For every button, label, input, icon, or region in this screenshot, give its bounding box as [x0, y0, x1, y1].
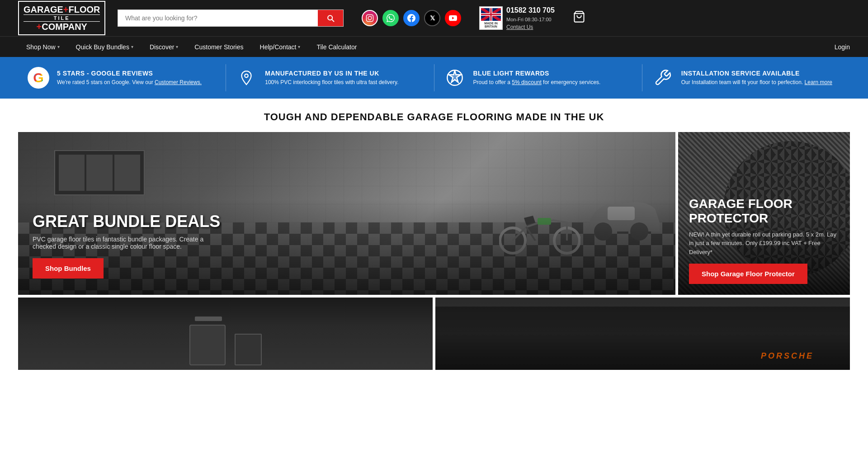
nav-shop-now[interactable]: Shop Now ▾ — [18, 37, 68, 57]
garage-cabinets — [54, 150, 145, 195]
nav-quick-buy[interactable]: Quick Buy Bundles ▾ — [68, 37, 142, 57]
nav-help-contact-arrow: ▾ — [298, 44, 300, 49]
search-input[interactable] — [118, 10, 318, 26]
svg-point-1 — [368, 16, 372, 20]
twitter-icon[interactable]: 𝕏 — [424, 10, 440, 26]
protector-title: GARAGE FLOOR PROTECTOR — [689, 197, 839, 226]
banner-installation-title: INSTALLATION SERVICE AVAILABLE — [681, 70, 832, 77]
google-reviews-link[interactable]: Customer Reviews. — [155, 79, 202, 85]
installation-link[interactable]: Learn more — [805, 79, 832, 85]
banner-manufactured: MANUFACTURED BY US IN THE UK 100% PVC in… — [235, 66, 425, 89]
nav-discover-label: Discover — [150, 43, 174, 51]
gym-background — [18, 298, 433, 370]
uk-flag — [481, 8, 501, 21]
banner-divider-1 — [226, 64, 226, 91]
svg-point-4 — [245, 74, 249, 78]
porsche-text: PORSCHE — [761, 351, 814, 361]
banner-manufactured-desc: 100% PVC interlocking floor tiles with u… — [265, 79, 398, 86]
banner-google-text: 5 STARS - GOOGLE REVIEWS We're rated 5 s… — [57, 70, 202, 86]
nav-help-contact[interactable]: Help/Contact ▾ — [252, 37, 309, 57]
main-nav: Shop Now ▾ Quick Buy Bundles ▾ Discover … — [0, 36, 868, 57]
shop-protector-button[interactable]: Shop Garage Floor Protector — [689, 264, 807, 284]
banner-divider-2 — [434, 64, 434, 91]
nav-customer-stories-label: Customer Stories — [194, 43, 243, 51]
contact-link[interactable]: Contact Us — [506, 23, 555, 31]
banner-google-title: 5 STARS - GOOGLE REVIEWS — [57, 70, 202, 77]
nav-discover[interactable]: Discover ▾ — [142, 37, 186, 57]
gym-image — [18, 298, 433, 370]
svg-point-2 — [371, 16, 372, 17]
made-in-britain: MADE INBRITAIN 01582 310 705 Mon-Fri 08:… — [479, 5, 555, 32]
blue-light-link[interactable]: 5% discount — [512, 79, 541, 85]
hero-bundles-overlay: GREAT BUNDLE DEALS PVC garage floor tile… — [18, 199, 675, 295]
google-icon: G — [27, 66, 50, 89]
whatsapp-icon[interactable] — [382, 10, 399, 26]
porsche-garage-image: PORSCHE — [435, 298, 850, 370]
wrench-icon — [651, 66, 674, 89]
banner-divider-3 — [642, 64, 642, 91]
nav-customer-stories[interactable]: Customer Stories — [186, 37, 251, 57]
site-header: GARAGE + FLOOR TILE + COMPANY — [0, 0, 868, 36]
banner-manufactured-title: MANUFACTURED BY US IN THE UK — [265, 70, 398, 77]
nav-discover-arrow: ▾ — [176, 44, 178, 49]
nav-shop-now-arrow: ▾ — [57, 44, 60, 49]
banner-installation-desc: Our Installation team will fit your floo… — [681, 79, 832, 86]
nav-tile-calculator[interactable]: Tile Calculator — [308, 37, 365, 57]
youtube-icon[interactable] — [445, 10, 461, 26]
hero-protector: GARAGE FLOOR PROTECTOR NEW! A thin yet d… — [678, 132, 850, 295]
phone-number: 01582 310 705 — [506, 5, 555, 16]
contact-info: 01582 310 705 Mon-Fri 08:30-17:00 Contac… — [506, 5, 555, 32]
business-hours: Mon-Fri 08:30-17:00 — [506, 16, 555, 24]
banner-installation: INSTALLATION SERVICE AVAILABLE Our Insta… — [651, 66, 841, 89]
made-in-britain-label: MADE INBRITAIN — [484, 22, 498, 28]
banner-manufactured-text: MANUFACTURED BY US IN THE UK 100% PVC in… — [265, 70, 398, 86]
nav-items: Shop Now ▾ Quick Buy Bundles ▾ Discover … — [18, 37, 835, 57]
nav-quick-buy-arrow: ▾ — [131, 44, 133, 49]
search-button[interactable] — [318, 10, 343, 26]
info-banner: G 5 STARS - GOOGLE REVIEWS We're rated 5… — [0, 57, 868, 99]
nav-quick-buy-label: Quick Buy Bundles — [76, 43, 129, 51]
garage2-background: PORSCHE — [435, 298, 850, 370]
svg-rect-0 — [367, 15, 373, 22]
hero-bundles-title: GREAT BUNDLE DEALS — [33, 212, 661, 231]
hero-bundles-desc: PVC garage floor tiles in fantastic bund… — [33, 236, 222, 250]
nav-shop-now-label: Shop Now — [26, 43, 56, 51]
login-button[interactable]: Login — [835, 43, 850, 51]
protector-desc: NEW! A thin yet durable roll out parking… — [689, 230, 839, 257]
hero-bundles: GREAT BUNDLE DEALS PVC garage floor tile… — [18, 132, 675, 295]
nav-tile-calculator-label: Tile Calculator — [316, 43, 357, 51]
facebook-icon[interactable] — [403, 10, 420, 26]
star-icon — [443, 66, 466, 89]
cart-icon[interactable] — [573, 10, 585, 26]
search-bar[interactable] — [118, 9, 344, 27]
banner-google-reviews: G 5 STARS - GOOGLE REVIEWS We're rated 5… — [27, 66, 217, 89]
nav-help-contact-label: Help/Contact — [260, 43, 297, 51]
protector-overlay: GARAGE FLOOR PROTECTOR NEW! A thin yet d… — [678, 186, 850, 295]
banner-blue-light-text: BLUE LIGHT REWARDS Proud to offer a 5% d… — [473, 70, 601, 86]
social-icons: 𝕏 — [362, 10, 461, 26]
gym-equipment — [189, 325, 262, 365]
instagram-icon[interactable] — [362, 10, 378, 26]
banner-installation-text: INSTALLATION SERVICE AVAILABLE Our Insta… — [681, 70, 832, 86]
logo[interactable]: GARAGE + FLOOR TILE + COMPANY — [18, 1, 105, 35]
logo-area[interactable]: GARAGE + FLOOR TILE + COMPANY — [18, 1, 108, 35]
banner-google-desc: We're rated 5 stars on Google. View our … — [57, 79, 202, 86]
search-icon — [326, 14, 335, 23]
bottom-image-grid: PORSCHE — [0, 298, 868, 370]
shop-bundles-button[interactable]: Shop Bundles — [33, 258, 104, 279]
main-headline: TOUGH AND DEPENDABLE GARAGE FLOORING MAD… — [0, 99, 868, 132]
banner-blue-light: BLUE LIGHT REWARDS Proud to offer a 5% d… — [443, 66, 633, 89]
uk-flag-badge: MADE INBRITAIN — [479, 6, 503, 30]
hero-grid: GREAT BUNDLE DEALS PVC garage floor tile… — [0, 132, 868, 295]
banner-blue-light-title: BLUE LIGHT REWARDS — [473, 70, 601, 77]
location-icon — [235, 66, 258, 89]
banner-blue-light-desc: Proud to offer a 5% discount for emergen… — [473, 79, 601, 86]
